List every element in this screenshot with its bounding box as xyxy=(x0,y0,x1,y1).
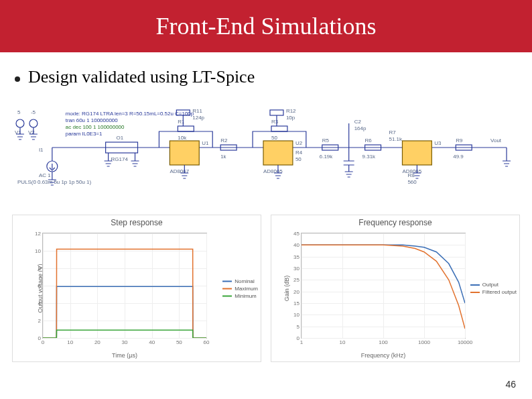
step-response-chart: Step response Output voltage (V) Time (µ… xyxy=(12,215,261,362)
ytick: 6 xyxy=(38,283,43,289)
r11-name: R11 xyxy=(192,108,202,114)
bullet-text: Design validated using LT-Spice xyxy=(28,67,255,87)
r2-value: 1k xyxy=(220,154,226,160)
title-bar: Front-End Simulations xyxy=(0,0,532,52)
ytick: 35 xyxy=(293,253,302,260)
c2-name: C2 xyxy=(354,119,362,125)
ytick: 25 xyxy=(293,277,302,283)
xtick: 10000 xyxy=(458,338,472,345)
tline-name: O1 xyxy=(117,135,124,141)
legend-item: Nominal xyxy=(222,278,258,284)
legend-label: Maximum xyxy=(235,286,258,292)
series-line xyxy=(43,249,206,338)
freq-ylabel: Gain (dB) xyxy=(283,276,290,302)
r3-value: 50 xyxy=(271,135,277,141)
xtick: 50 xyxy=(176,338,182,345)
ytick: 45 xyxy=(293,231,302,237)
r6-name: R6 xyxy=(365,137,373,144)
legend-swatch-icon xyxy=(470,292,480,293)
page-number: 46 xyxy=(505,379,516,390)
legend-item: Minimum xyxy=(222,293,258,299)
bullet-dot-icon xyxy=(15,76,20,82)
vout-label: Vout xyxy=(490,137,502,144)
vplus-label: 5 xyxy=(17,109,21,115)
xtick: 30 xyxy=(122,338,128,345)
r7-value: 51.1k xyxy=(389,136,402,142)
r9-name: R9 xyxy=(456,137,463,144)
xtick: 10 xyxy=(340,338,346,345)
r1-value: 10k xyxy=(178,135,186,141)
legend-item: Filtered output xyxy=(470,289,517,295)
legend-item: Output xyxy=(470,282,517,288)
r5-value: 6.19k xyxy=(320,154,332,160)
legend-label: Filtered output xyxy=(482,289,517,295)
freq-plot-area: 051015202530354045110100100010000 xyxy=(301,233,466,339)
r9-value: 49.9 xyxy=(453,154,464,160)
svg-rect-4 xyxy=(178,126,194,131)
xtick: 20 xyxy=(94,338,101,345)
freq-chart-title: Frequency response xyxy=(271,218,519,227)
u3-name: U3 xyxy=(434,140,442,146)
svg-rect-13 xyxy=(402,141,431,165)
r11-value: 124p xyxy=(192,115,204,121)
step-xlabel: Time (µs) xyxy=(42,352,207,359)
xtick: 1 xyxy=(300,338,303,345)
r8-value: 560 xyxy=(407,179,417,185)
slide-title: Front-End Simulations xyxy=(155,12,376,40)
xtick: 0 xyxy=(42,338,44,345)
xtick: 60 xyxy=(204,338,210,345)
r2-name: R2 xyxy=(220,137,228,144)
xtick: 1000 xyxy=(418,338,430,345)
ltspice-schematic: mode: RG174 LTRA len=3 R=50.15mL=0.52u C… xyxy=(12,107,520,194)
r1-label: R1 xyxy=(178,119,185,125)
r7-name: R7 xyxy=(389,129,397,135)
tline-model: RG174 xyxy=(111,156,129,162)
c2-value: 164p xyxy=(354,125,367,131)
schematic-tran-text: tran 60u 1 100000000 xyxy=(66,117,118,123)
svg-rect-9 xyxy=(270,110,283,115)
legend-label: Minimum xyxy=(235,293,256,299)
svg-point-0 xyxy=(16,119,24,127)
xtick: 40 xyxy=(149,338,155,345)
series-line xyxy=(43,330,206,338)
ytick: 30 xyxy=(293,266,302,272)
schematic-ac-text: ac dec 100 1 100000000 xyxy=(66,124,125,130)
legend-item: Maximum xyxy=(222,286,258,292)
r4-name: R4 xyxy=(295,150,303,156)
svg-point-1 xyxy=(29,119,38,127)
ytick: 10 xyxy=(293,312,302,318)
vminus-label: -5 xyxy=(31,109,36,115)
series-line xyxy=(302,245,465,329)
legend-swatch-icon xyxy=(222,280,232,282)
ytick: 15 xyxy=(293,300,302,306)
freq-legend: OutputFiltered output xyxy=(470,280,517,296)
u1-type: AD8067 xyxy=(170,168,189,174)
r5-name: R5 xyxy=(322,137,330,144)
ytick: 2 xyxy=(38,318,43,324)
xtick: 10 xyxy=(67,338,73,345)
v2-name: V2 xyxy=(28,129,35,135)
schematic-param-text: param IL0E3=1 xyxy=(66,131,103,137)
svg-rect-10 xyxy=(263,141,293,165)
r12-name: R12 xyxy=(286,108,296,114)
u2-name: U2 xyxy=(295,140,303,146)
legend-swatch-icon xyxy=(470,284,480,286)
step-plot-area: 0246810120102030405060 xyxy=(42,233,207,339)
freq-xlabel: Frequency (kHz) xyxy=(301,352,466,359)
step-chart-title: Step response xyxy=(13,218,261,227)
ytick: 4 xyxy=(38,300,43,306)
u1-name: U1 xyxy=(202,140,209,146)
charts-row: Step response Output voltage (V) Time (µ… xyxy=(12,215,520,362)
ytick: 12 xyxy=(35,231,43,237)
step-legend: NominalMaximumMinimum xyxy=(222,277,258,300)
ytick: 20 xyxy=(293,288,302,294)
r3-name: R3 xyxy=(271,119,279,125)
xtick: 100 xyxy=(379,338,387,345)
frequency-response-chart: Frequency response Gain (dB) Frequency (… xyxy=(271,215,520,362)
i1-ac: AC 1 xyxy=(39,172,51,178)
r4-value: 50 xyxy=(295,156,302,162)
legend-label: Output xyxy=(482,282,498,288)
legend-swatch-icon xyxy=(222,288,232,289)
ytick: 8 xyxy=(38,266,43,272)
i1-name: I1 xyxy=(39,147,44,153)
